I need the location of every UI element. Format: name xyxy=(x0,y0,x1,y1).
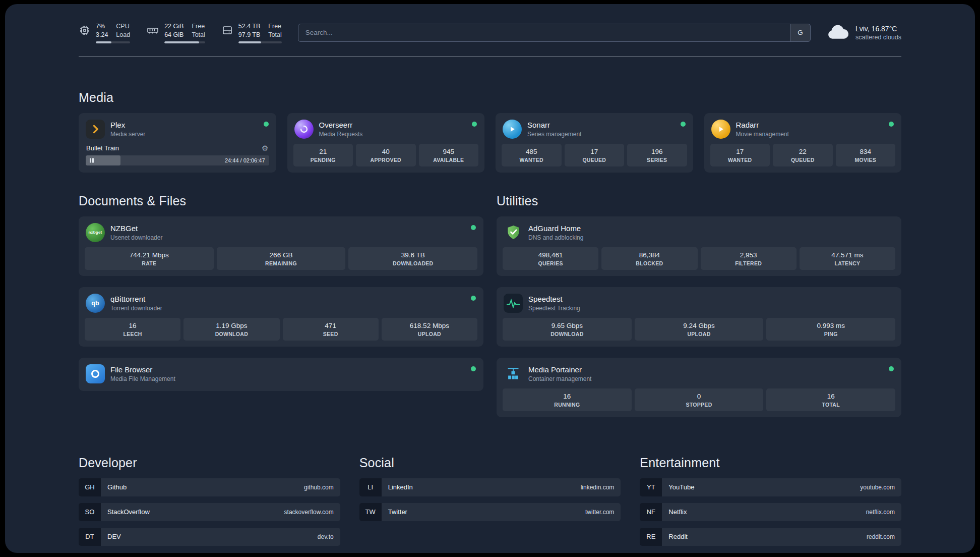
memory-free-value: 22 GiB xyxy=(164,22,183,30)
app-link-nzbget[interactable]: nzbget NZBGet Usenet downloader xyxy=(85,221,477,247)
stat-label: UPLOAD xyxy=(637,331,762,337)
stat-queries: 498,461 QUERIES xyxy=(503,247,598,270)
disk-widget: 52.4 TB 97.9 TB Free Total xyxy=(221,22,282,43)
bookmark-group-entertainment: Entertainment YT YouTubeyoutube.com NF N… xyxy=(640,456,901,546)
stat-label: FILTERED xyxy=(703,260,794,266)
app-name: qBittorrent xyxy=(110,295,162,304)
stat-value: 498,461 xyxy=(505,251,596,259)
track-title: Bullet Train xyxy=(86,144,119,152)
pause-icon[interactable] xyxy=(90,158,94,162)
stat-label: PENDING xyxy=(295,157,351,163)
app-subtitle: DNS and adblocking xyxy=(528,234,583,241)
bookmark-name: Netflix xyxy=(668,508,687,516)
bookmark-row[interactable]: RE Redditreddit.com xyxy=(640,528,901,546)
bookmark-abbr: GH xyxy=(79,478,101,496)
app-link-speedtest[interactable]: Speedtest Speedtest Tracking xyxy=(503,292,895,318)
stat-label: RATE xyxy=(87,260,212,266)
bookmark-domain: youtube.com xyxy=(860,484,895,491)
app-link-filebrowser[interactable]: File Browser Media File Management xyxy=(85,363,477,385)
stat-value: 17 xyxy=(712,148,768,155)
stat-value: 22 xyxy=(775,148,831,155)
bookmark-row[interactable]: LI LinkedInlinkedin.com xyxy=(359,478,621,496)
cpu-load-value: 3.24 xyxy=(96,31,108,39)
app-card-radarr: Radarr Movie management 17 WANTED 22 QUE… xyxy=(704,113,902,173)
app-link-radarr[interactable]: Radarr Movie management xyxy=(710,118,896,144)
app-subtitle: Torrent downloader xyxy=(110,305,162,312)
bookmark-row[interactable]: DT DEVdev.to xyxy=(79,528,340,546)
gear-icon[interactable]: ⚙ xyxy=(262,144,268,152)
bookmark-domain: dev.to xyxy=(318,533,334,540)
stat-rate: 744.21 Mbps RATE xyxy=(85,247,214,270)
app-name: Plex xyxy=(110,121,145,130)
app-link-sonarr[interactable]: Sonarr Series management xyxy=(502,118,687,144)
app-link-portainer[interactable]: Media Portainer Container management xyxy=(503,363,895,388)
bookmark-row[interactable]: TW Twittertwitter.com xyxy=(359,503,621,521)
stat-value: 86,384 xyxy=(603,251,695,259)
stat-label: UPLOAD xyxy=(384,331,475,337)
bookmark-name: YouTube xyxy=(668,483,694,491)
topbar: 7% 3.24 CPU Load xyxy=(79,22,901,43)
cpu-load-label: Load xyxy=(116,31,130,39)
playback-time: 24:44 / 02:06:47 xyxy=(225,157,265,163)
section-documents: Documents & Files nzbget NZBGet Usenet d… xyxy=(79,194,483,391)
bookmark-row[interactable]: GH Githubgithub.com xyxy=(79,478,340,496)
stat-value: 40 xyxy=(358,148,414,155)
stat-filtered: 2,953 FILTERED xyxy=(701,247,797,270)
app-link-overseerr[interactable]: Overseerr Media Requests xyxy=(293,118,479,144)
stat-latency: 47.571 ms LATENCY xyxy=(800,247,895,270)
status-dot xyxy=(471,225,476,230)
app-card-nzbget: nzbget NZBGet Usenet downloader 744.21 M… xyxy=(79,216,483,276)
bookmark-name: Twitter xyxy=(388,508,407,516)
app-name: AdGuard Home xyxy=(528,224,583,233)
bookmark-abbr: RE xyxy=(640,528,662,546)
bookmark-row[interactable]: SO StackOverflowstackoverflow.com xyxy=(79,503,340,521)
app-subtitle: Container management xyxy=(528,375,591,382)
section-title-developer: Developer xyxy=(79,456,340,470)
cloud-icon xyxy=(827,24,849,41)
app-subtitle: Media Requests xyxy=(319,131,363,138)
stat-leech: 16 LEECH xyxy=(85,318,180,341)
memory-widget: 22 GiB 64 GiB Free Total xyxy=(146,22,205,43)
resource-widgets: 7% 3.24 CPU Load xyxy=(79,22,282,43)
stat-value: 471 xyxy=(285,322,377,329)
stat-value: 0 xyxy=(637,393,762,400)
status-dot xyxy=(889,366,894,371)
bookmark-domain: github.com xyxy=(304,484,334,491)
stat-label: QUEUED xyxy=(775,157,831,163)
status-dot xyxy=(264,122,269,127)
app-subtitle: Usenet downloader xyxy=(110,234,162,241)
disk-total-label: Total xyxy=(268,31,281,39)
cpu-usage-value: 7% xyxy=(96,22,108,30)
bookmark-name: Reddit xyxy=(668,533,688,540)
app-link-plex[interactable]: Plex Media server xyxy=(85,118,270,144)
app-link-qbittorrent[interactable]: qb qBittorrent Torrent downloader xyxy=(85,292,477,318)
search-engine-button[interactable]: G xyxy=(790,24,810,41)
disk-progress-bar xyxy=(238,41,282,43)
playback-progress-bar[interactable]: 24:44 / 02:06:47 xyxy=(86,155,269,165)
app-link-adguard[interactable]: AdGuard Home DNS and adblocking xyxy=(503,221,895,247)
weather-widget[interactable]: Lviv, 16.87°C scattered clouds xyxy=(827,24,901,41)
stat-upload: 9.24 Gbps UPLOAD xyxy=(635,318,764,341)
bookmark-domain: netflix.com xyxy=(866,509,895,516)
bookmark-row[interactable]: YT YouTubeyoutube.com xyxy=(640,478,901,496)
search-input[interactable] xyxy=(298,24,811,42)
status-dot xyxy=(471,366,476,371)
memory-total-value: 64 GiB xyxy=(164,31,183,39)
cpu-progress-bar xyxy=(96,41,130,43)
search-bar: G xyxy=(298,24,811,42)
stat-value: 196 xyxy=(629,148,685,155)
stat-queued: 22 QUEUED xyxy=(773,144,833,166)
app-subtitle: Series management xyxy=(527,131,581,138)
stat-ping: 0.993 ms PING xyxy=(766,318,895,341)
section-title-documents: Documents & Files xyxy=(79,194,483,208)
stat-total: 16 TOTAL xyxy=(766,388,895,411)
bookmark-domain: stackoverflow.com xyxy=(284,509,334,516)
filebrowser-icon xyxy=(86,364,105,383)
disk-free-label: Free xyxy=(268,22,281,30)
stat-value: 2,953 xyxy=(703,251,794,259)
cpu-icon xyxy=(79,22,91,36)
adguard-icon xyxy=(504,223,523,242)
bookmark-abbr: LI xyxy=(359,478,382,496)
app-name: Speedtest xyxy=(528,295,580,304)
bookmark-row[interactable]: NF Netflixnetflix.com xyxy=(640,503,901,521)
